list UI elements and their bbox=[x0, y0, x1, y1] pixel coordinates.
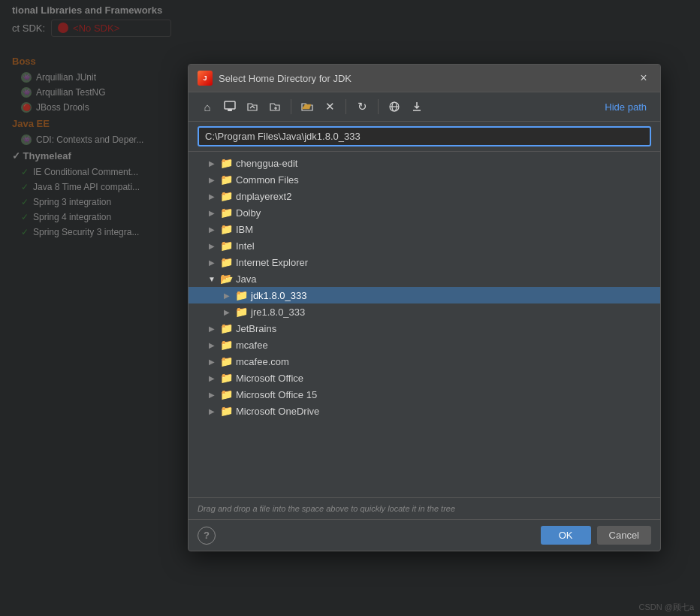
folder-icon: 📁 bbox=[220, 405, 233, 417]
tree-item-label: IBM bbox=[236, 224, 253, 235]
folder-icon: 📁 bbox=[220, 388, 233, 400]
tree-item-label: JetBrains bbox=[236, 323, 276, 334]
folder-icon: 📁 bbox=[220, 372, 233, 384]
tree-item-dolby[interactable]: ▶ 📁 Dolby bbox=[189, 204, 660, 221]
folder-icon: 📁 bbox=[220, 157, 233, 169]
toolbar-separator-2 bbox=[345, 99, 346, 114]
folder-open-button[interactable] bbox=[297, 97, 317, 116]
expand-arrow: ▶ bbox=[207, 358, 217, 366]
expand-arrow: ▶ bbox=[207, 341, 217, 349]
footer-buttons: OK Cancel bbox=[541, 526, 651, 545]
help-button[interactable]: ? bbox=[198, 527, 216, 545]
delete-button[interactable]: ✕ bbox=[320, 97, 339, 116]
folder-icon: 📁 bbox=[220, 240, 233, 252]
tree-item-label: jre1.8.0_333 bbox=[251, 306, 305, 318]
folder-new-button[interactable] bbox=[265, 97, 285, 116]
tree-item-ms-office[interactable]: ▶ 📁 Microsoft Office bbox=[189, 370, 660, 386]
tree-item-label: mcafee.com bbox=[236, 356, 289, 367]
tree-item-label: Microsoft OneDrive bbox=[236, 406, 319, 417]
ok-button[interactable]: OK bbox=[541, 526, 591, 545]
expand-arrow: ▶ bbox=[207, 225, 217, 234]
folder-icon: 📁 bbox=[235, 289, 248, 301]
tree-item-chenggua[interactable]: ▶ 📁 chenggua-edit bbox=[189, 155, 660, 171]
close-button[interactable]: × bbox=[636, 71, 651, 86]
path-input[interactable] bbox=[198, 126, 651, 146]
tree-item-jdk333[interactable]: ▶ 📁 jdk1.8.0_333 bbox=[189, 287, 660, 303]
folder-icon: 📁 bbox=[220, 256, 233, 268]
svg-rect-0 bbox=[225, 101, 235, 109]
expand-arrow: ▶ bbox=[222, 308, 232, 316]
folder-icon: 📁 bbox=[235, 306, 248, 318]
tree-item-label: chenggua-edit bbox=[236, 158, 297, 169]
tree-item-ie[interactable]: ▶ 📁 Internet Explorer bbox=[189, 254, 660, 270]
expand-arrow: ▶ bbox=[207, 176, 217, 184]
tree-item-label: jdk1.8.0_333 bbox=[251, 290, 306, 301]
folder-icon: 📁 bbox=[220, 355, 233, 367]
dialog-toolbar: ⌂ ✕ ↻ Hide path bbox=[189, 92, 660, 122]
expand-arrow: ▼ bbox=[207, 275, 217, 283]
tree-item-label: Java bbox=[236, 273, 256, 285]
home-button[interactable]: ⌂ bbox=[198, 97, 217, 116]
network-button[interactable] bbox=[385, 97, 404, 116]
hide-path-button[interactable]: Hide path bbox=[600, 100, 651, 114]
tree-item-label: Common Files bbox=[236, 174, 299, 186]
jdk-dialog: J Select Home Directory for JDK × ⌂ ✕ ↻ … bbox=[188, 64, 661, 551]
folder-icon: 📁 bbox=[220, 223, 233, 235]
toolbar-separator-3 bbox=[378, 99, 379, 114]
folder-up-button[interactable] bbox=[243, 97, 262, 116]
expand-arrow: ▶ bbox=[207, 159, 217, 168]
folder-open-icon: 📂 bbox=[220, 273, 233, 285]
tree-item-intel[interactable]: ▶ 📁 Intel bbox=[189, 237, 660, 254]
folder-icon: 📁 bbox=[220, 174, 233, 186]
cancel-button[interactable]: Cancel bbox=[597, 526, 651, 545]
tree-item-label: Microsoft Office 15 bbox=[236, 389, 317, 400]
toolbar-separator-1 bbox=[291, 99, 291, 114]
folder-icon: 📁 bbox=[220, 190, 233, 202]
expand-arrow: ▶ bbox=[207, 407, 217, 415]
dialog-logo: J bbox=[198, 71, 213, 86]
folder-icon: 📁 bbox=[220, 207, 233, 219]
dialog-footer: ? OK Cancel bbox=[189, 519, 660, 551]
monitor-button[interactable] bbox=[220, 97, 240, 116]
tree-item-ibm[interactable]: ▶ 📁 IBM bbox=[189, 221, 660, 237]
dialog-title: Select Home Directory for JDK bbox=[219, 73, 636, 84]
file-tree: ▶ 📁 chenggua-edit ▶ 📁 Common Files ▶ 📁 d… bbox=[189, 152, 660, 497]
tree-item-label: mcafee bbox=[236, 340, 268, 351]
tree-item-mcafee-com[interactable]: ▶ 📁 mcafee.com bbox=[189, 353, 660, 370]
tree-item-jetbrains[interactable]: ▶ 📁 JetBrains bbox=[189, 320, 660, 337]
tree-item-ms-onedrive[interactable]: ▶ 📁 Microsoft OneDrive bbox=[189, 403, 660, 419]
tree-item-java[interactable]: ▼ 📂 Java bbox=[189, 270, 660, 287]
tree-item-common-files[interactable]: ▶ 📁 Common Files bbox=[189, 171, 660, 188]
folder-icon: 📁 bbox=[220, 339, 233, 351]
tree-item-dnplayer[interactable]: ▶ 📁 dnplayerext2 bbox=[189, 188, 660, 204]
tree-item-label: Microsoft Office bbox=[236, 373, 303, 384]
dialog-titlebar: J Select Home Directory for JDK × bbox=[189, 65, 660, 92]
expand-arrow: ▶ bbox=[207, 391, 217, 399]
folder-icon: 📁 bbox=[220, 322, 233, 334]
download-button[interactable] bbox=[407, 97, 427, 116]
tree-item-label: Internet Explorer bbox=[236, 257, 308, 268]
tree-item-label: Intel bbox=[236, 240, 255, 252]
expand-arrow: ▶ bbox=[207, 325, 217, 333]
tree-item-jre333[interactable]: ▶ 📁 jre1.8.0_333 bbox=[189, 303, 660, 320]
expand-arrow: ▶ bbox=[207, 192, 217, 201]
tree-item-label: dnplayerext2 bbox=[236, 191, 291, 202]
tree-item-mcafee[interactable]: ▶ 📁 mcafee bbox=[189, 337, 660, 353]
drag-hint: Drag and drop a file into the space abov… bbox=[189, 497, 660, 519]
expand-arrow: ▶ bbox=[207, 242, 217, 250]
tree-item-ms-office-15[interactable]: ▶ 📁 Microsoft Office 15 bbox=[189, 386, 660, 403]
refresh-button[interactable]: ↻ bbox=[352, 97, 372, 116]
svg-rect-1 bbox=[228, 109, 232, 111]
logo-text: J bbox=[203, 74, 207, 82]
expand-arrow: ▶ bbox=[222, 291, 232, 300]
path-input-row bbox=[189, 122, 660, 152]
expand-arrow: ▶ bbox=[207, 209, 217, 217]
expand-arrow: ▶ bbox=[207, 258, 217, 267]
tree-item-label: Dolby bbox=[236, 207, 261, 219]
expand-arrow: ▶ bbox=[207, 374, 217, 382]
